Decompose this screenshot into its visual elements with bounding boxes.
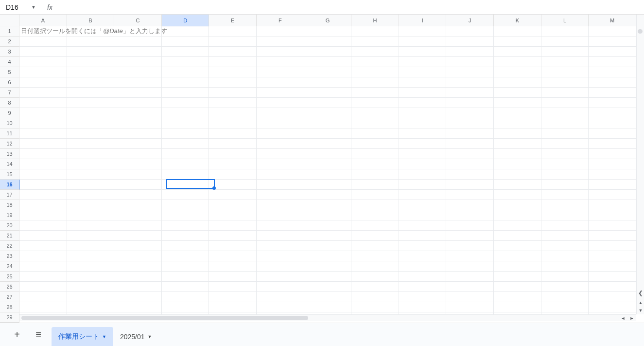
cell[interactable] — [494, 292, 541, 302]
cell[interactable] — [494, 139, 541, 149]
cell[interactable] — [446, 88, 494, 98]
cell[interactable] — [351, 302, 399, 312]
cell[interactable] — [19, 98, 67, 108]
cell[interactable] — [114, 57, 162, 67]
cell[interactable] — [541, 251, 589, 261]
cell[interactable] — [541, 261, 589, 272]
cell[interactable] — [162, 88, 209, 98]
cell[interactable] — [494, 241, 541, 251]
cell[interactable] — [114, 190, 162, 200]
column-header[interactable]: J — [446, 15, 494, 26]
cell[interactable] — [257, 26, 304, 36]
cell[interactable] — [257, 292, 304, 302]
cell[interactable] — [19, 67, 67, 77]
column-header[interactable]: F — [257, 15, 304, 26]
scroll-left-icon[interactable]: ◄ — [619, 315, 627, 322]
cell[interactable] — [162, 169, 209, 180]
cell[interactable] — [257, 36, 304, 47]
cell[interactable] — [304, 139, 352, 149]
cell[interactable] — [351, 272, 399, 282]
cell[interactable] — [446, 149, 494, 159]
cell[interactable] — [209, 67, 257, 77]
cell[interactable] — [399, 241, 447, 251]
vertical-scrollbar[interactable]: ❮ ▲ ▼ — [636, 15, 644, 314]
cell[interactable] — [399, 57, 447, 67]
cell[interactable] — [446, 169, 494, 180]
cell[interactable] — [589, 128, 636, 139]
cell[interactable] — [541, 272, 589, 282]
cell[interactable] — [67, 88, 115, 98]
cell[interactable] — [541, 139, 589, 149]
cell[interactable] — [446, 200, 494, 210]
cell[interactable] — [67, 180, 115, 190]
cell[interactable] — [589, 47, 636, 57]
cell[interactable] — [541, 128, 589, 139]
cell[interactable] — [257, 57, 304, 67]
cell[interactable] — [209, 241, 257, 251]
cell[interactable] — [494, 128, 541, 139]
cell[interactable] — [399, 128, 447, 139]
cell[interactable] — [304, 220, 352, 231]
cell[interactable] — [114, 241, 162, 251]
cell[interactable] — [257, 47, 304, 57]
cell[interactable] — [304, 159, 352, 169]
cell[interactable] — [351, 190, 399, 200]
cell[interactable] — [446, 67, 494, 77]
cell[interactable] — [209, 108, 257, 118]
cell[interactable] — [114, 139, 162, 149]
cell[interactable] — [304, 108, 352, 118]
cell[interactable] — [209, 159, 257, 169]
column-header[interactable]: H — [351, 15, 399, 26]
cell[interactable] — [67, 67, 115, 77]
row-header[interactable]: 27 — [0, 292, 19, 302]
cell[interactable] — [399, 26, 447, 36]
cell[interactable] — [399, 47, 447, 57]
column-header[interactable]: B — [67, 15, 115, 26]
row-header[interactable]: 6 — [0, 77, 19, 88]
cell[interactable] — [351, 118, 399, 128]
cell[interactable] — [67, 231, 115, 241]
cell[interactable] — [589, 190, 636, 200]
cell[interactable] — [114, 159, 162, 169]
cell[interactable] — [446, 77, 494, 88]
cell[interactable] — [304, 98, 352, 108]
cell[interactable] — [67, 149, 115, 159]
cell[interactable] — [494, 67, 541, 77]
cell[interactable] — [209, 251, 257, 261]
cell[interactable] — [304, 67, 352, 77]
cell[interactable] — [67, 47, 115, 57]
row-header[interactable]: 28 — [0, 302, 19, 312]
cell[interactable] — [67, 159, 115, 169]
cell[interactable] — [67, 210, 115, 220]
cell[interactable] — [589, 26, 636, 36]
cell[interactable] — [162, 47, 209, 57]
cell[interactable] — [351, 169, 399, 180]
cell[interactable] — [494, 149, 541, 159]
row-header[interactable]: 29 — [0, 312, 19, 323]
row-header[interactable]: 8 — [0, 98, 19, 108]
cell[interactable] — [304, 36, 352, 47]
cell[interactable] — [589, 67, 636, 77]
cell[interactable] — [446, 118, 494, 128]
column-header[interactable]: C — [114, 15, 162, 26]
cell[interactable] — [304, 282, 352, 292]
cell[interactable] — [162, 36, 209, 47]
cell[interactable] — [67, 57, 115, 67]
cell[interactable] — [399, 251, 447, 261]
column-header[interactable]: G — [304, 15, 352, 26]
cell[interactable] — [162, 302, 209, 312]
cell[interactable] — [446, 302, 494, 312]
cell[interactable] — [114, 26, 162, 36]
cell[interactable] — [257, 108, 304, 118]
cell[interactable] — [67, 261, 115, 272]
cell[interactable] — [541, 231, 589, 241]
sheet-tab-active[interactable]: 作業用シート ▼ — [52, 327, 113, 346]
cell[interactable] — [494, 261, 541, 272]
cell[interactable] — [114, 128, 162, 139]
cell[interactable] — [209, 47, 257, 57]
cell[interactable] — [19, 282, 67, 292]
cell[interactable] — [541, 200, 589, 210]
column-header[interactable]: M — [589, 15, 636, 26]
cell[interactable] — [257, 118, 304, 128]
cell[interactable] — [541, 108, 589, 118]
